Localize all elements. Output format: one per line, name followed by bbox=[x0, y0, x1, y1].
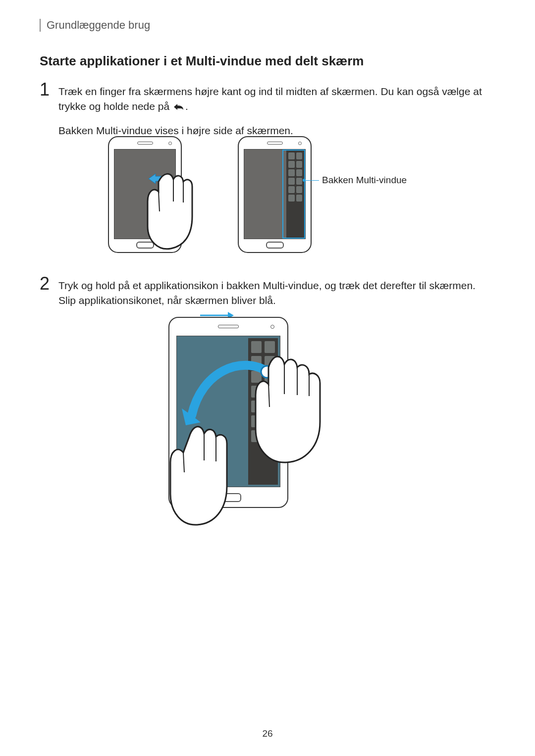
step-1-number: 1 bbox=[40, 79, 54, 100]
phone-camera bbox=[270, 325, 274, 329]
phone-big bbox=[168, 317, 288, 508]
hand-swipe-icon bbox=[144, 167, 208, 256]
illustration-1: Bakken Multi-vindue bbox=[0, 136, 535, 260]
callout-line bbox=[305, 180, 319, 181]
hand-drop-icon bbox=[169, 417, 254, 531]
step-1-text-b: . bbox=[185, 101, 188, 112]
step-2-number: 2 bbox=[40, 273, 54, 294]
phone-camera bbox=[168, 142, 172, 145]
phone-speaker bbox=[267, 142, 283, 145]
phone-left bbox=[108, 136, 182, 253]
step-2-line-1: Tryk og hold på et applikationsikon i ba… bbox=[58, 278, 495, 308]
phone-home-button bbox=[266, 242, 284, 249]
step-1-line-1: Træk en finger fra skærmens højre kant o… bbox=[58, 84, 495, 116]
phone-speaker bbox=[218, 325, 239, 328]
step-2-body: Tryk og hold på et applikationsikon i ba… bbox=[58, 278, 495, 308]
phone-right-screen bbox=[244, 149, 306, 239]
multi-window-tray bbox=[286, 151, 304, 238]
phone-speaker bbox=[137, 142, 153, 145]
back-icon bbox=[172, 101, 185, 116]
page-number: 26 bbox=[0, 728, 535, 739]
illustration-2 bbox=[0, 317, 535, 530]
hand-tap-icon bbox=[254, 348, 343, 466]
phone-right bbox=[238, 136, 312, 253]
step-2: 2 Tryk og hold på et applikationsikon i … bbox=[40, 278, 495, 315]
phone-camera bbox=[298, 142, 302, 145]
step-1-text-a: Træk en finger fra skærmens højre kant o… bbox=[58, 86, 482, 112]
manual-page: Grundlæggende brug Starte applikationer … bbox=[0, 0, 535, 756]
step-1-body: Træk en finger fra skærmens højre kant o… bbox=[58, 84, 495, 138]
section-heading: Starte applikationer i et Multi-vindue m… bbox=[40, 53, 364, 69]
callout-tray-label: Bakken Multi-vindue bbox=[322, 175, 407, 186]
running-head: Grundlæggende brug bbox=[40, 19, 150, 32]
